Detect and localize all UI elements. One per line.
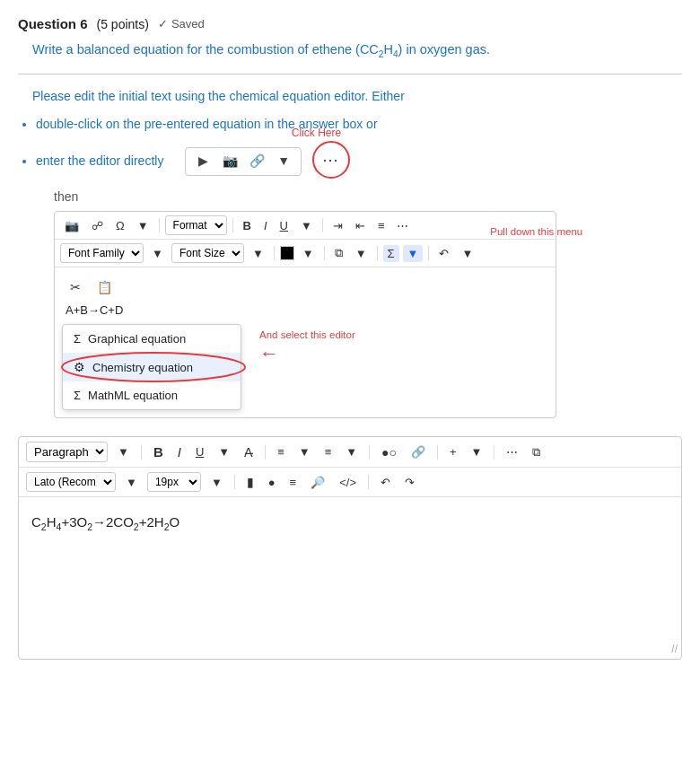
saved-label: Saved [171, 17, 205, 31]
more-btn[interactable]: ⋯ [392, 217, 413, 234]
saved-badge: ✓ Saved [158, 17, 205, 31]
chemistry-label: Chemistry equation [92, 361, 193, 374]
b-underline-arrow[interactable]: ▼ [214, 443, 234, 460]
size-arrow2[interactable]: ▼ [206, 474, 227, 491]
inline-toolbar-container: Click Here ▶ 📷 🔗 ▼ ⋯ [176, 141, 350, 179]
font-size-select2[interactable]: 19px ... [147, 472, 201, 492]
b-list-arrow[interactable]: ▼ [341, 443, 362, 460]
underline-btn[interactable]: U [276, 217, 293, 234]
sep5 [324, 246, 325, 260]
question-points: (5 points) [97, 17, 149, 31]
italic-btn[interactable]: I [259, 217, 272, 234]
play-icon[interactable]: ▶ [193, 152, 213, 171]
font-arrow2[interactable]: ▼ [121, 474, 142, 491]
color-arrow[interactable]: ▼ [298, 245, 319, 262]
pull-down-annotation: Pull down this menu [490, 226, 582, 237]
arrow2-btn[interactable]: ▼ [296, 217, 317, 234]
fs-arrow[interactable]: ▼ [248, 245, 268, 262]
graphical-equation-item[interactable]: Σ Graphical equation [63, 325, 241, 353]
sep7 [428, 246, 429, 260]
bsep4 [437, 445, 438, 460]
link-icon[interactable]: 🔗 [247, 152, 267, 171]
b-italic-btn[interactable]: I [173, 442, 186, 461]
b-plus-btn[interactable]: + [445, 443, 461, 460]
format-select[interactable]: Format [165, 215, 227, 235]
inline-toolbar[interactable]: ▶ 📷 🔗 ▼ [185, 147, 302, 176]
arrow-btn[interactable]: ▼ [133, 217, 153, 234]
b-strikethrough-btn[interactable]: A̶ [240, 443, 258, 461]
b-link-btn[interactable]: 🔗 [407, 443, 430, 460]
bullet-item-2: enter the editor directly Click Here ▶ 📷… [36, 141, 682, 179]
copy-icon[interactable]: 📋 [92, 278, 117, 296]
editor-body: ✂ 📋 A+B→C+D Σ Graphical equation ⚙ Chemi… [55, 267, 556, 417]
annotation-block: And select this editor ← [259, 329, 355, 365]
b-find-btn[interactable]: 🔎 [306, 474, 329, 491]
bullets-list: double-click on the pre-entered equation… [36, 115, 682, 179]
equation-dropdown-menu: Σ Graphical equation ⚙ Chemistry equatio… [62, 324, 241, 410]
left-arrow-icon: ← [259, 342, 279, 365]
chemistry-equation-item[interactable]: ⚙ Chemistry equation [63, 353, 241, 381]
b-expand-btn[interactable]: ⧉ [528, 443, 545, 461]
sep2 [232, 218, 233, 232]
click-here-label: Click Here [292, 125, 341, 141]
sep6 [377, 246, 378, 260]
bsep3 [369, 445, 370, 460]
b-insert-btn[interactable]: ●○ [377, 443, 401, 461]
check-icon: ✓ [158, 17, 168, 31]
b-code-btn[interactable]: </> [335, 474, 361, 491]
omega-btn[interactable]: Ω [111, 217, 129, 234]
b-align-arrow[interactable]: ▼ [294, 443, 315, 460]
outdent-btn[interactable]: ⇤ [351, 217, 370, 234]
b-color-btn[interactable]: ● [264, 474, 280, 491]
graphical-label: Graphical equation [88, 332, 186, 346]
b-more-btn[interactable]: ⋯ [502, 443, 522, 460]
table-btn[interactable]: ⧉ [330, 244, 347, 262]
camera-btn[interactable]: 📷 [60, 217, 83, 234]
bottom-toolbar-row2: Lato (Recom... ▼ 19px ... ▼ ▮ ● ≡ 🔎 </> … [19, 468, 681, 497]
b-list-btn[interactable]: ≡ [320, 443, 337, 460]
camera-icon[interactable]: 📷 [220, 152, 240, 171]
b-format-btn[interactable]: ▮ [242, 473, 258, 491]
font-family-select[interactable]: Font Family [60, 243, 144, 263]
b-underline-btn[interactable]: U [191, 443, 208, 460]
indent-btn[interactable]: ⇥ [328, 217, 347, 234]
bold-btn[interactable]: B [239, 217, 256, 234]
instruction-text: Please edit the initial text using the c… [32, 87, 682, 106]
table-arrow[interactable]: ▼ [351, 245, 372, 262]
link2-btn[interactable]: ☍ [87, 217, 108, 234]
sigma-arrow[interactable]: ▼ [403, 245, 424, 262]
b-align-btn[interactable]: ≡ [273, 443, 289, 460]
b-redo-btn[interactable]: ↷ [400, 474, 419, 491]
bottom-content[interactable]: C2H4+3O2→2CO2+2H2O // [19, 497, 681, 659]
b-plus-arrow[interactable]: ▼ [467, 443, 487, 460]
three-dots-button[interactable]: ⋯ [312, 141, 350, 179]
sep3 [322, 218, 323, 232]
chevron-down-icon[interactable]: ▼ [274, 152, 293, 171]
arrow-row: ← [259, 342, 355, 365]
para-arrow[interactable]: ▼ [113, 443, 134, 460]
bsep6 [234, 475, 235, 489]
b-table2-btn[interactable]: ≡ [285, 474, 302, 491]
resize-handle-icon[interactable]: // [671, 643, 678, 655]
paragraph-select[interactable]: Paragraph [26, 442, 108, 462]
font-size-select[interactable]: Font Size [171, 243, 244, 263]
bottom-editor: Paragraph ▼ B I U ▼ A̶ ≡ ▼ ≡ ▼ ●○ 🔗 + ▼ … [18, 436, 682, 660]
ff-arrow[interactable]: ▼ [147, 245, 168, 262]
edit-icons-row: ✂ 📋 [62, 275, 548, 303]
undo-btn[interactable]: ↶ [434, 245, 453, 262]
b-bold-btn[interactable]: B [149, 442, 168, 461]
mathml-equation-item[interactable]: Σ MathML equation [63, 381, 241, 409]
mathml-icon: Σ [74, 389, 81, 402]
bsep5 [494, 445, 494, 460]
b-undo-btn[interactable]: ↶ [376, 474, 395, 491]
scissors-icon[interactable]: ✂ [66, 278, 85, 296]
more2-btn[interactable]: ▼ [457, 245, 477, 262]
question-header: Question 6 (5 points) ✓ Saved [18, 16, 682, 31]
font-family-select2[interactable]: Lato (Recom... [26, 472, 116, 492]
sigma-icon: Σ [74, 332, 81, 346]
color-box[interactable] [280, 246, 294, 260]
bsep7 [368, 475, 369, 489]
sigma-btn[interactable]: Σ [383, 245, 399, 262]
list-btn[interactable]: ≡ [373, 217, 389, 234]
select-editor-annotation: And select this editor [259, 329, 355, 340]
